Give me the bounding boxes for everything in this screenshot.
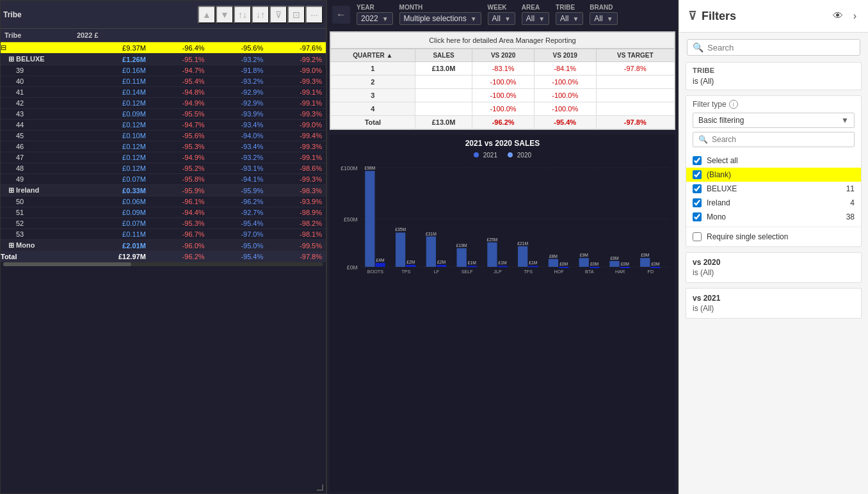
filter-type-label: Filter type i <box>693 100 738 109</box>
svg-text:FD: FD <box>648 269 654 275</box>
month-dropdown-icon[interactable]: ▼ <box>470 15 477 22</box>
table-row[interactable]: 42 £0.12M -94.9% -92.9% -99.1% <box>1 98 326 109</box>
area-manager-button[interactable]: Click here for detailed Area Manager Rep… <box>330 32 675 49</box>
table-row[interactable]: 41 £0.14M -94.8% -92.9% -99.1% <box>1 87 326 98</box>
svg-text:£31M: £31M <box>426 231 437 235</box>
filter-search-input[interactable] <box>707 43 855 52</box>
filter-search-box[interactable]: 🔍 <box>687 39 860 56</box>
table-row[interactable]: 43 £0.09M -95.5% -93.9% -99.3% <box>1 109 326 120</box>
area-dropdown-icon[interactable]: ▼ <box>538 15 545 22</box>
horizontal-scrollbar[interactable] <box>3 262 323 266</box>
svg-rect-26 <box>487 243 497 267</box>
ireland-item: Ireland 4 <box>693 196 855 210</box>
beluxe-item: BELUXE 11 <box>693 182 855 196</box>
week-control: WEEK All ▼ <box>488 4 515 25</box>
table-row[interactable]: 50 £0.06M -96.1% -96.2% -93.9% <box>1 196 326 207</box>
year-label: YEAR <box>357 4 393 11</box>
blank-label: (Blank) <box>707 170 855 179</box>
filter-type-value: Basic filtering <box>698 116 744 125</box>
week-dropdown-icon[interactable]: ▼ <box>504 15 511 22</box>
svg-rect-23 <box>467 266 477 267</box>
ireland-checkbox[interactable] <box>693 198 702 207</box>
vs2021-filter: vs 2021 is (All) <box>686 288 862 319</box>
filter-chevron-right-button[interactable]: › <box>851 8 859 24</box>
sort-asc-button[interactable]: ▲ <box>198 6 216 24</box>
beluxe-label: BELUXE <box>707 184 837 193</box>
svg-text:£0M: £0M <box>651 262 659 266</box>
back-button[interactable]: ← <box>332 6 350 24</box>
table-row[interactable]: 52 £0.07M -95.3% -95.4% -98.2% <box>1 218 326 229</box>
require-single-checkbox[interactable] <box>693 232 702 241</box>
table-row[interactable]: 44 £0.12M -94.7% -93.4% -99.0% <box>1 120 326 131</box>
svg-text:TFS: TFS <box>524 269 533 275</box>
svg-text:£1M: £1M <box>529 260 537 265</box>
col-header-pct2 <box>209 29 268 42</box>
select-all-checkbox[interactable] <box>693 156 702 165</box>
table-row[interactable]: 47 £0.12M -94.9% -93.2% -99.1% <box>1 152 326 163</box>
table-row[interactable]: 51 £0.09M -94.4% -92.7% -98.9% <box>1 207 326 218</box>
chart-svg: £100M £50M £0M £98M£4MBOOTS£35M£2MTPS£31… <box>336 161 669 283</box>
sort-desc2-button[interactable]: ↓↑ <box>252 6 269 24</box>
table-toolbar: Tribe ▲ ▼ ↑↓ ↓↑ ⊽ ⊡ ··· <box>1 1 326 29</box>
tribe-inner-search[interactable]: 🔍 <box>693 132 855 147</box>
table-row[interactable]: 40 £0.11M -95.4% -93.2% -99.3% <box>1 76 326 87</box>
ireland-label: Ireland <box>707 198 837 207</box>
brand-label: BRAND <box>590 4 617 11</box>
month-control: MONTH Multiple selections ▼ <box>399 4 481 25</box>
filter-type-select[interactable]: Basic filtering ▼ <box>693 113 855 128</box>
qcol-vs2019: vs 2019 <box>534 49 596 62</box>
filter-header: ⊽ Filters 👁 › <box>679 0 868 33</box>
legend-dot-2020 <box>508 152 513 157</box>
more-button[interactable]: ··· <box>305 6 323 24</box>
svg-text:£6M: £6M <box>610 256 618 260</box>
brand-dropdown-icon[interactable]: ▼ <box>607 15 613 22</box>
table-row[interactable]: 46 £0.12M -95.3% -93.4% -99.3% <box>1 141 326 152</box>
vs2020-filter: vs 2020 is (All) <box>686 252 862 283</box>
quarter-row: 1 £13.0M -83.1% -84.1% -97.8% <box>331 62 675 76</box>
blank-item: (Blank) <box>686 168 861 182</box>
table-row[interactable]: Total £12.97M -96.2% -95.4% -97.8% <box>1 251 326 262</box>
table-row[interactable]: ⊞ BELUXE £1.26M -95.1% -93.2% -99.2% <box>1 54 326 65</box>
table-row[interactable]: 39 £0.16M -94.7% -91.8% -99.0% <box>1 65 326 76</box>
data-table: Tribe 2022 £ ⊟ £9.37M -96.4% -95.6% -97.… <box>1 29 326 262</box>
require-single-label: Require single selection <box>707 232 788 241</box>
year-dropdown-icon[interactable]: ▼ <box>382 15 389 22</box>
resize-corner[interactable] <box>317 484 323 491</box>
quarter-row: Total £13.0M -96.2% -95.4% -97.8% <box>331 116 675 129</box>
brand-value: All <box>594 14 602 23</box>
tribe-search-input[interactable] <box>712 135 849 144</box>
svg-rect-13 <box>406 265 415 267</box>
table-row[interactable]: ⊞ Ireland £0.33M -95.9% -95.9% -98.3% <box>1 185 326 196</box>
blank-checkbox[interactable] <box>693 170 702 179</box>
svg-text:HAR: HAR <box>615 269 625 275</box>
month-label: MONTH <box>399 4 481 11</box>
chart-legend: 2021 2020 <box>330 152 675 159</box>
month-value: Multiple selections <box>404 14 467 23</box>
expand-button[interactable]: ⊡ <box>287 6 305 24</box>
beluxe-checkbox[interactable] <box>693 184 702 193</box>
week-value: All <box>492 14 501 23</box>
sort-asc2-button[interactable]: ↑↓ <box>234 6 252 24</box>
svg-text:£98M: £98M <box>364 166 375 170</box>
tribe-dropdown-icon[interactable]: ▼ <box>572 15 579 22</box>
svg-text:£19M: £19M <box>456 243 467 248</box>
year-value: 2022 <box>361 14 378 23</box>
table-row[interactable]: 45 £0.10M -95.6% -94.0% -99.4% <box>1 131 326 141</box>
qcol-vs2020: vs 2020 <box>472 49 534 62</box>
vs2020-value: is (All) <box>693 268 855 277</box>
table-row[interactable]: ⊟ £9.37M -96.4% -95.6% -97.6% <box>1 42 326 54</box>
legend-dot-2021 <box>474 152 479 157</box>
table-row[interactable]: 53 £0.11M -96.7% -97.0% -98.1% <box>1 229 326 240</box>
filter-button[interactable]: ⊽ <box>269 6 287 24</box>
filter-eye-button[interactable]: 👁 <box>830 8 846 24</box>
svg-rect-21 <box>457 248 467 267</box>
svg-rect-41 <box>579 258 589 267</box>
table-row[interactable]: ⊞ Mono £2.01M -96.0% -95.0% -99.5% <box>1 240 326 251</box>
svg-text:£8M: £8M <box>549 254 558 259</box>
quarter-row: 3 -100.0% -100.0% <box>331 89 675 102</box>
table-row[interactable]: 49 £0.07M -95.8% -94.1% -99.3% <box>1 174 326 185</box>
svg-text:£0M: £0M <box>347 264 358 271</box>
table-row[interactable]: 48 £0.12M -95.2% -93.1% -98.6% <box>1 163 326 174</box>
mono-checkbox[interactable] <box>693 212 702 221</box>
sort-desc-button[interactable]: ▼ <box>216 6 234 24</box>
